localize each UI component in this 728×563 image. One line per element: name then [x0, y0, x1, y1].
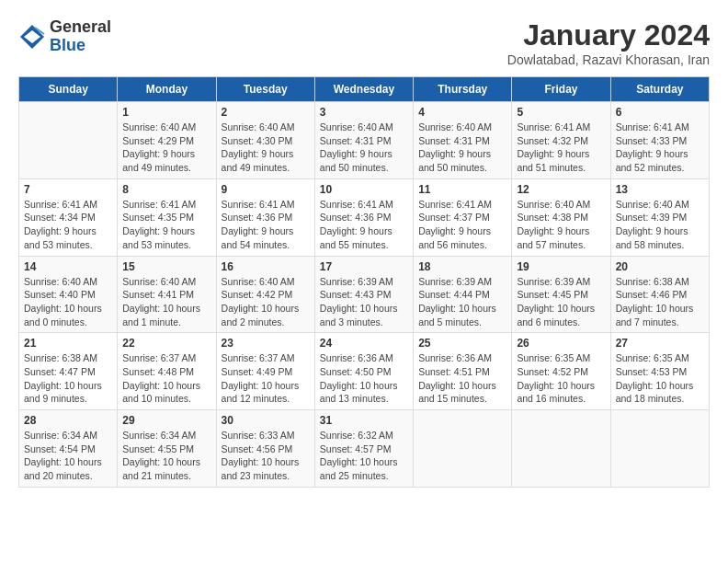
calendar-cell: 14Sunrise: 6:40 AMSunset: 4:40 PMDayligh… [19, 256, 118, 333]
day-number: 30 [222, 414, 310, 427]
day-info: Sunrise: 6:40 AMSunset: 4:42 PMDaylight:… [222, 275, 310, 329]
calendar-cell: 23Sunrise: 6:37 AMSunset: 4:49 PMDayligh… [216, 333, 314, 410]
calendar-cell [512, 410, 610, 488]
calendar-cell: 10Sunrise: 6:41 AMSunset: 4:36 PMDayligh… [314, 178, 413, 256]
calendar-cell [414, 410, 512, 488]
day-number: 27 [616, 337, 704, 350]
calendar-cell: 3Sunrise: 6:40 AMSunset: 4:31 PMDaylight… [314, 102, 413, 179]
day-number: 5 [517, 106, 605, 119]
calendar-cell: 5Sunrise: 6:41 AMSunset: 4:32 PMDaylight… [512, 102, 610, 179]
day-number: 22 [122, 337, 210, 350]
day-info: Sunrise: 6:33 AMSunset: 4:56 PMDaylight:… [222, 429, 310, 483]
calendar-cell: 25Sunrise: 6:36 AMSunset: 4:51 PMDayligh… [414, 333, 512, 410]
calendar-cell: 12Sunrise: 6:40 AMSunset: 4:38 PMDayligh… [512, 178, 610, 256]
day-info: Sunrise: 6:35 AMSunset: 4:52 PMDaylight:… [517, 351, 605, 406]
calendar-week-row: 14Sunrise: 6:40 AMSunset: 4:40 PMDayligh… [19, 256, 710, 333]
day-info: Sunrise: 6:40 AMSunset: 4:31 PMDaylight:… [320, 121, 408, 175]
calendar-cell: 4Sunrise: 6:40 AMSunset: 4:31 PMDaylight… [414, 102, 512, 179]
day-info: Sunrise: 6:39 AMSunset: 4:44 PMDaylight:… [418, 275, 506, 329]
day-number: 10 [320, 183, 408, 196]
calendar-cell: 6Sunrise: 6:41 AMSunset: 4:33 PMDaylight… [610, 102, 709, 179]
day-number: 16 [222, 260, 310, 273]
day-info: Sunrise: 6:35 AMSunset: 4:53 PMDaylight:… [616, 351, 704, 406]
day-number: 4 [418, 106, 506, 119]
day-number: 18 [418, 260, 506, 273]
day-number: 2 [222, 106, 310, 119]
day-info: Sunrise: 6:40 AMSunset: 4:41 PMDaylight:… [122, 275, 210, 329]
day-number: 26 [517, 337, 605, 350]
logo-blue: Blue [50, 37, 111, 55]
day-number: 14 [24, 260, 112, 273]
calendar-cell: 11Sunrise: 6:41 AMSunset: 4:37 PMDayligh… [414, 178, 512, 256]
weekday-header: Wednesday [314, 77, 413, 102]
calendar-cell: 15Sunrise: 6:40 AMSunset: 4:41 PMDayligh… [118, 256, 216, 333]
day-number: 6 [616, 106, 704, 119]
day-number: 29 [122, 414, 210, 427]
day-number: 31 [320, 414, 408, 427]
day-info: Sunrise: 6:38 AMSunset: 4:47 PMDaylight:… [24, 351, 112, 406]
calendar-cell: 29Sunrise: 6:34 AMSunset: 4:55 PMDayligh… [118, 410, 216, 488]
day-info: Sunrise: 6:36 AMSunset: 4:51 PMDaylight:… [418, 351, 506, 406]
day-info: Sunrise: 6:37 AMSunset: 4:48 PMDaylight:… [122, 351, 210, 406]
day-number: 25 [418, 337, 506, 350]
calendar-cell: 18Sunrise: 6:39 AMSunset: 4:44 PMDayligh… [414, 256, 512, 333]
day-number: 11 [418, 183, 506, 196]
calendar-week-row: 7Sunrise: 6:41 AMSunset: 4:34 PMDaylight… [19, 178, 710, 256]
calendar-week-row: 1Sunrise: 6:40 AMSunset: 4:29 PMDaylight… [19, 102, 710, 179]
logo: General Blue [18, 18, 111, 55]
calendar-title: January 2024 [507, 18, 710, 52]
calendar-week-row: 21Sunrise: 6:38 AMSunset: 4:47 PMDayligh… [19, 333, 710, 410]
calendar-cell: 28Sunrise: 6:34 AMSunset: 4:54 PMDayligh… [19, 410, 118, 488]
day-info: Sunrise: 6:41 AMSunset: 4:33 PMDaylight:… [616, 121, 704, 175]
calendar-cell [19, 102, 118, 179]
day-number: 15 [122, 260, 210, 273]
calendar-table: SundayMondayTuesdayWednesdayThursdayFrid… [18, 76, 710, 488]
day-info: Sunrise: 6:36 AMSunset: 4:50 PMDaylight:… [320, 351, 408, 406]
day-info: Sunrise: 6:40 AMSunset: 4:31 PMDaylight:… [418, 121, 506, 175]
page-header: General Blue January 2024 Dowlatabad, Ra… [18, 18, 710, 67]
calendar-cell [610, 410, 709, 488]
day-info: Sunrise: 6:39 AMSunset: 4:45 PMDaylight:… [517, 275, 605, 329]
day-info: Sunrise: 6:40 AMSunset: 4:39 PMDaylight:… [616, 198, 704, 252]
day-number: 12 [517, 183, 605, 196]
day-number: 24 [320, 337, 408, 350]
day-info: Sunrise: 6:34 AMSunset: 4:54 PMDaylight:… [24, 429, 112, 483]
day-number: 3 [320, 106, 408, 119]
day-number: 21 [24, 337, 112, 350]
day-number: 28 [24, 414, 112, 427]
calendar-cell: 1Sunrise: 6:40 AMSunset: 4:29 PMDaylight… [118, 102, 216, 179]
calendar-cell: 20Sunrise: 6:38 AMSunset: 4:46 PMDayligh… [610, 256, 709, 333]
weekday-header: Monday [118, 77, 216, 102]
calendar-subtitle: Dowlatabad, Razavi Khorasan, Iran [507, 52, 710, 67]
calendar-cell: 8Sunrise: 6:41 AMSunset: 4:35 PMDaylight… [118, 178, 216, 256]
day-info: Sunrise: 6:38 AMSunset: 4:46 PMDaylight:… [616, 275, 704, 329]
day-info: Sunrise: 6:37 AMSunset: 4:49 PMDaylight:… [222, 351, 310, 406]
day-number: 9 [222, 183, 310, 196]
weekday-header: Sunday [19, 77, 118, 102]
day-number: 13 [616, 183, 704, 196]
weekday-header: Saturday [610, 77, 709, 102]
calendar-cell: 19Sunrise: 6:39 AMSunset: 4:45 PMDayligh… [512, 256, 610, 333]
day-info: Sunrise: 6:41 AMSunset: 4:36 PMDaylight:… [320, 198, 408, 252]
calendar-cell: 24Sunrise: 6:36 AMSunset: 4:50 PMDayligh… [314, 333, 413, 410]
day-number: 1 [122, 106, 210, 119]
calendar-cell: 2Sunrise: 6:40 AMSunset: 4:30 PMDaylight… [216, 102, 314, 179]
calendar-week-row: 28Sunrise: 6:34 AMSunset: 4:54 PMDayligh… [19, 410, 710, 488]
day-number: 19 [517, 260, 605, 273]
calendar-cell: 16Sunrise: 6:40 AMSunset: 4:42 PMDayligh… [216, 256, 314, 333]
day-info: Sunrise: 6:41 AMSunset: 4:32 PMDaylight:… [517, 121, 605, 175]
calendar-cell: 17Sunrise: 6:39 AMSunset: 4:43 PMDayligh… [314, 256, 413, 333]
day-info: Sunrise: 6:34 AMSunset: 4:55 PMDaylight:… [122, 429, 210, 483]
weekday-header: Friday [512, 77, 610, 102]
day-info: Sunrise: 6:41 AMSunset: 4:36 PMDaylight:… [222, 198, 310, 252]
calendar-cell: 13Sunrise: 6:40 AMSunset: 4:39 PMDayligh… [610, 178, 709, 256]
calendar-cell: 27Sunrise: 6:35 AMSunset: 4:53 PMDayligh… [610, 333, 709, 410]
calendar-cell: 21Sunrise: 6:38 AMSunset: 4:47 PMDayligh… [19, 333, 118, 410]
day-info: Sunrise: 6:41 AMSunset: 4:35 PMDaylight:… [122, 198, 210, 252]
day-info: Sunrise: 6:39 AMSunset: 4:43 PMDaylight:… [320, 275, 408, 329]
day-number: 20 [616, 260, 704, 273]
day-info: Sunrise: 6:40 AMSunset: 4:40 PMDaylight:… [24, 275, 112, 329]
calendar-cell: 9Sunrise: 6:41 AMSunset: 4:36 PMDaylight… [216, 178, 314, 256]
title-block: January 2024 Dowlatabad, Razavi Khorasan… [507, 18, 710, 67]
logo-icon [18, 23, 46, 51]
